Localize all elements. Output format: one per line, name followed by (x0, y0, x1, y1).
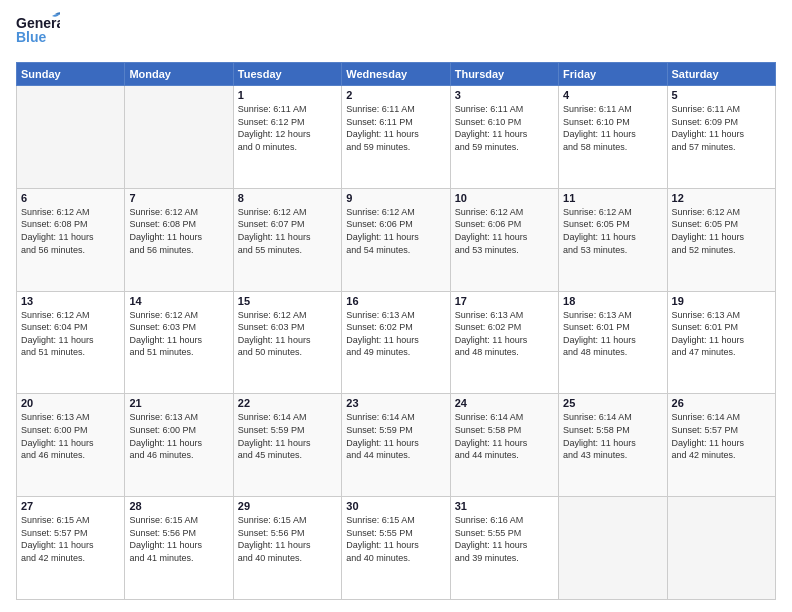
calendar-cell: 15Sunrise: 6:12 AM Sunset: 6:03 PM Dayli… (233, 291, 341, 394)
day-number: 9 (346, 192, 445, 204)
calendar-cell: 1Sunrise: 6:11 AM Sunset: 6:12 PM Daylig… (233, 86, 341, 189)
day-number: 21 (129, 397, 228, 409)
calendar-cell: 5Sunrise: 6:11 AM Sunset: 6:09 PM Daylig… (667, 86, 775, 189)
calendar-cell: 13Sunrise: 6:12 AM Sunset: 6:04 PM Dayli… (17, 291, 125, 394)
calendar-week-5: 27Sunrise: 6:15 AM Sunset: 5:57 PM Dayli… (17, 497, 776, 600)
day-info: Sunrise: 6:14 AM Sunset: 5:59 PM Dayligh… (346, 411, 445, 461)
day-info: Sunrise: 6:15 AM Sunset: 5:55 PM Dayligh… (346, 514, 445, 564)
day-info: Sunrise: 6:12 AM Sunset: 6:04 PM Dayligh… (21, 309, 120, 359)
weekday-header-sunday: Sunday (17, 63, 125, 86)
calendar-cell: 8Sunrise: 6:12 AM Sunset: 6:07 PM Daylig… (233, 188, 341, 291)
day-number: 12 (672, 192, 771, 204)
day-number: 4 (563, 89, 662, 101)
day-number: 13 (21, 295, 120, 307)
calendar-cell: 4Sunrise: 6:11 AM Sunset: 6:10 PM Daylig… (559, 86, 667, 189)
calendar-cell: 26Sunrise: 6:14 AM Sunset: 5:57 PM Dayli… (667, 394, 775, 497)
calendar-cell: 29Sunrise: 6:15 AM Sunset: 5:56 PM Dayli… (233, 497, 341, 600)
calendar-cell: 23Sunrise: 6:14 AM Sunset: 5:59 PM Dayli… (342, 394, 450, 497)
day-info: Sunrise: 6:13 AM Sunset: 6:00 PM Dayligh… (21, 411, 120, 461)
day-number: 20 (21, 397, 120, 409)
day-number: 2 (346, 89, 445, 101)
day-info: Sunrise: 6:12 AM Sunset: 6:07 PM Dayligh… (238, 206, 337, 256)
day-number: 6 (21, 192, 120, 204)
logo-bird-container: General Blue (16, 12, 60, 54)
day-info: Sunrise: 6:11 AM Sunset: 6:10 PM Dayligh… (563, 103, 662, 153)
calendar-week-3: 13Sunrise: 6:12 AM Sunset: 6:04 PM Dayli… (17, 291, 776, 394)
calendar-cell: 6Sunrise: 6:12 AM Sunset: 6:08 PM Daylig… (17, 188, 125, 291)
day-number: 23 (346, 397, 445, 409)
day-number: 31 (455, 500, 554, 512)
calendar-cell: 17Sunrise: 6:13 AM Sunset: 6:02 PM Dayli… (450, 291, 558, 394)
calendar-cell: 27Sunrise: 6:15 AM Sunset: 5:57 PM Dayli… (17, 497, 125, 600)
calendar-body: 1Sunrise: 6:11 AM Sunset: 6:12 PM Daylig… (17, 86, 776, 600)
day-number: 5 (672, 89, 771, 101)
calendar-cell (667, 497, 775, 600)
calendar-cell: 16Sunrise: 6:13 AM Sunset: 6:02 PM Dayli… (342, 291, 450, 394)
day-number: 7 (129, 192, 228, 204)
day-info: Sunrise: 6:13 AM Sunset: 6:02 PM Dayligh… (455, 309, 554, 359)
weekday-header-wednesday: Wednesday (342, 63, 450, 86)
day-info: Sunrise: 6:14 AM Sunset: 5:58 PM Dayligh… (563, 411, 662, 461)
day-number: 15 (238, 295, 337, 307)
calendar-cell: 2Sunrise: 6:11 AM Sunset: 6:11 PM Daylig… (342, 86, 450, 189)
day-number: 8 (238, 192, 337, 204)
day-info: Sunrise: 6:13 AM Sunset: 6:01 PM Dayligh… (563, 309, 662, 359)
calendar-week-1: 1Sunrise: 6:11 AM Sunset: 6:12 PM Daylig… (17, 86, 776, 189)
day-info: Sunrise: 6:11 AM Sunset: 6:10 PM Dayligh… (455, 103, 554, 153)
page-header: General Blue (16, 12, 776, 54)
day-info: Sunrise: 6:12 AM Sunset: 6:08 PM Dayligh… (21, 206, 120, 256)
day-number: 28 (129, 500, 228, 512)
calendar-cell: 20Sunrise: 6:13 AM Sunset: 6:00 PM Dayli… (17, 394, 125, 497)
day-info: Sunrise: 6:14 AM Sunset: 5:59 PM Dayligh… (238, 411, 337, 461)
calendar-cell: 25Sunrise: 6:14 AM Sunset: 5:58 PM Dayli… (559, 394, 667, 497)
day-info: Sunrise: 6:12 AM Sunset: 6:05 PM Dayligh… (563, 206, 662, 256)
day-number: 16 (346, 295, 445, 307)
day-number: 29 (238, 500, 337, 512)
day-info: Sunrise: 6:12 AM Sunset: 6:08 PM Dayligh… (129, 206, 228, 256)
calendar-cell (559, 497, 667, 600)
day-info: Sunrise: 6:11 AM Sunset: 6:11 PM Dayligh… (346, 103, 445, 153)
day-number: 19 (672, 295, 771, 307)
day-info: Sunrise: 6:15 AM Sunset: 5:57 PM Dayligh… (21, 514, 120, 564)
calendar-cell: 3Sunrise: 6:11 AM Sunset: 6:10 PM Daylig… (450, 86, 558, 189)
calendar-cell: 14Sunrise: 6:12 AM Sunset: 6:03 PM Dayli… (125, 291, 233, 394)
day-number: 18 (563, 295, 662, 307)
day-info: Sunrise: 6:12 AM Sunset: 6:03 PM Dayligh… (238, 309, 337, 359)
day-number: 27 (21, 500, 120, 512)
calendar-cell: 22Sunrise: 6:14 AM Sunset: 5:59 PM Dayli… (233, 394, 341, 497)
logo-svg: General Blue (16, 12, 60, 50)
day-info: Sunrise: 6:12 AM Sunset: 6:05 PM Dayligh… (672, 206, 771, 256)
calendar-cell: 19Sunrise: 6:13 AM Sunset: 6:01 PM Dayli… (667, 291, 775, 394)
day-number: 17 (455, 295, 554, 307)
calendar-cell: 9Sunrise: 6:12 AM Sunset: 6:06 PM Daylig… (342, 188, 450, 291)
day-info: Sunrise: 6:11 AM Sunset: 6:12 PM Dayligh… (238, 103, 337, 153)
day-info: Sunrise: 6:11 AM Sunset: 6:09 PM Dayligh… (672, 103, 771, 153)
weekday-header-tuesday: Tuesday (233, 63, 341, 86)
weekday-header-friday: Friday (559, 63, 667, 86)
day-info: Sunrise: 6:13 AM Sunset: 6:01 PM Dayligh… (672, 309, 771, 359)
calendar-cell: 18Sunrise: 6:13 AM Sunset: 6:01 PM Dayli… (559, 291, 667, 394)
calendar-cell: 10Sunrise: 6:12 AM Sunset: 6:06 PM Dayli… (450, 188, 558, 291)
calendar-week-2: 6Sunrise: 6:12 AM Sunset: 6:08 PM Daylig… (17, 188, 776, 291)
calendar-cell: 31Sunrise: 6:16 AM Sunset: 5:55 PM Dayli… (450, 497, 558, 600)
weekday-header-saturday: Saturday (667, 63, 775, 86)
day-info: Sunrise: 6:12 AM Sunset: 6:06 PM Dayligh… (455, 206, 554, 256)
calendar-cell (17, 86, 125, 189)
calendar-cell (125, 86, 233, 189)
day-info: Sunrise: 6:16 AM Sunset: 5:55 PM Dayligh… (455, 514, 554, 564)
day-info: Sunrise: 6:13 AM Sunset: 6:02 PM Dayligh… (346, 309, 445, 359)
day-number: 10 (455, 192, 554, 204)
day-info: Sunrise: 6:15 AM Sunset: 5:56 PM Dayligh… (238, 514, 337, 564)
logo: General Blue (16, 12, 64, 54)
calendar-cell: 30Sunrise: 6:15 AM Sunset: 5:55 PM Dayli… (342, 497, 450, 600)
day-info: Sunrise: 6:14 AM Sunset: 5:58 PM Dayligh… (455, 411, 554, 461)
day-number: 3 (455, 89, 554, 101)
calendar-cell: 7Sunrise: 6:12 AM Sunset: 6:08 PM Daylig… (125, 188, 233, 291)
day-number: 14 (129, 295, 228, 307)
day-number: 1 (238, 89, 337, 101)
calendar-cell: 24Sunrise: 6:14 AM Sunset: 5:58 PM Dayli… (450, 394, 558, 497)
svg-text:Blue: Blue (16, 29, 47, 45)
calendar-table: SundayMondayTuesdayWednesdayThursdayFrid… (16, 62, 776, 600)
day-info: Sunrise: 6:12 AM Sunset: 6:06 PM Dayligh… (346, 206, 445, 256)
calendar-cell: 12Sunrise: 6:12 AM Sunset: 6:05 PM Dayli… (667, 188, 775, 291)
